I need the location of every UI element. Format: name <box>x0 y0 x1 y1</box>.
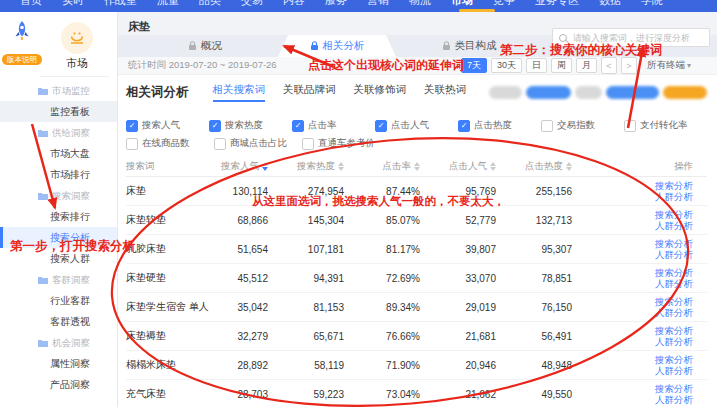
search-analysis-link[interactable]: 搜索分析 <box>572 354 693 365</box>
ptab-hot-words[interactable]: 关联热词 <box>424 83 466 102</box>
crowd-analysis-link[interactable]: 人群分析 <box>572 278 693 289</box>
filter-trade-index[interactable]: 交易指数 <box>541 119 624 132</box>
checkbox-unchecked[interactable] <box>541 120 553 132</box>
crowd-analysis-link[interactable]: 人群分析 <box>572 307 693 318</box>
sidebar-item-customer-perspective[interactable]: 客群透视 <box>0 311 117 332</box>
search-analysis-link[interactable]: 搜索分析 <box>572 296 693 307</box>
crowd-analysis-link[interactable]: 人群分析 <box>572 336 693 347</box>
nav-item-warroom[interactable]: 作战室 <box>94 0 147 8</box>
nav-item-business-zone[interactable]: 业务专区 <box>525 0 589 8</box>
nav-item-realtime[interactable]: 实时 <box>52 0 94 8</box>
version-badge-label[interactable]: 版本说明 <box>2 54 42 65</box>
blurred-button[interactable] <box>663 86 707 99</box>
nav-item-academy[interactable]: 学院 <box>631 0 673 8</box>
sidebar-item-market-rank[interactable]: 市场排行 <box>0 164 117 185</box>
lock-icon <box>310 41 319 51</box>
sidebar-item-search-rank[interactable]: 搜索排行 <box>0 206 117 227</box>
sidebar-item-industry-customer[interactable]: 行业客群 <box>0 290 117 311</box>
range-7d-button[interactable]: 7天 <box>461 58 487 73</box>
crowd-analysis-link[interactable]: 人群分析 <box>572 249 693 260</box>
search-analysis-link[interactable]: 搜索分析 <box>572 238 693 249</box>
sidebar-item-product-insight[interactable]: 产品洞察 <box>0 374 117 395</box>
search-analysis-link[interactable]: 搜索分析 <box>572 325 693 336</box>
col-header-search-heat[interactable]: 搜索热度 <box>268 159 344 174</box>
next-period-button[interactable]: > <box>621 57 637 74</box>
nav-item-data[interactable]: 数据 <box>589 0 631 8</box>
checkbox-checked[interactable]: ✓ <box>292 120 304 132</box>
nav-item-service[interactable]: 服务 <box>315 0 357 8</box>
filter-click-popularity[interactable]: ✓点击人气 <box>375 119 458 132</box>
checkbox-checked[interactable]: ✓ <box>458 120 470 132</box>
crowd-analysis-link[interactable]: 人群分析 <box>572 365 693 376</box>
range-day-button[interactable]: 日 <box>526 58 547 73</box>
checkbox-unchecked[interactable] <box>126 138 138 150</box>
filter-online-products[interactable]: 在线商品数 <box>126 137 214 150</box>
filter-ztc-reference-price[interactable]: 直通车参考价 <box>302 137 390 150</box>
search-input[interactable] <box>571 32 709 44</box>
search-analysis-link[interactable]: 搜索分析 <box>572 180 693 191</box>
table-header-row: 搜索词 搜索人气 搜索热度 点击率 点击人气 点击热度 操作 <box>126 156 707 177</box>
sidebar-item-market-overview[interactable]: 市场大盘 <box>0 143 117 164</box>
sidebar-item-monitor-board[interactable]: 监控看板 <box>0 101 117 122</box>
sidebar-item-attribute-insight[interactable]: 属性洞察 <box>0 353 117 374</box>
search-analysis-link[interactable]: 搜索分析 <box>572 209 693 220</box>
checkbox-checked[interactable]: ✓ <box>209 120 221 132</box>
lock-icon <box>442 41 451 51</box>
checkbox-checked[interactable]: ✓ <box>126 120 138 132</box>
keyword-search-box[interactable] <box>552 28 710 47</box>
blurred-button[interactable] <box>606 86 659 99</box>
col-header-search-popularity[interactable]: 搜索人气 <box>192 159 268 174</box>
range-month-button[interactable]: 月 <box>576 58 597 73</box>
filter-search-popularity[interactable]: ✓搜索人气 <box>126 119 209 132</box>
nav-item-marketing[interactable]: 营销 <box>357 0 399 8</box>
checkbox-checked[interactable]: ✓ <box>375 120 387 132</box>
range-week-button[interactable]: 周 <box>551 58 572 73</box>
ctr-cell: 76.66% <box>344 331 420 342</box>
ctr-cell: 72.69% <box>344 273 420 284</box>
blurred-button[interactable] <box>489 86 522 99</box>
checkbox-unchecked[interactable] <box>302 138 314 150</box>
filter-ctr[interactable]: ✓点击率 <box>292 119 375 132</box>
checkbox-unchecked[interactable] <box>624 120 636 132</box>
search-popularity-cell: 51,654 <box>192 244 268 255</box>
click-popularity-cell: 29,019 <box>420 302 496 313</box>
ptab-modifier-words[interactable]: 关联修饰词 <box>354 83 407 102</box>
terminal-filter-dropdown[interactable]: 所有终端 ▾ <box>647 59 691 72</box>
crowd-analysis-link[interactable]: 人群分析 <box>572 394 693 405</box>
search-heat-cell: 58,119 <box>268 360 344 371</box>
nav-item-trade[interactable]: 交易 <box>231 0 273 8</box>
crowd-analysis-link[interactable]: 人群分析 <box>572 220 693 231</box>
nav-item-content[interactable]: 内容 <box>273 0 315 8</box>
col-header-click-popularity[interactable]: 点击人气 <box>420 159 496 174</box>
search-analysis-link[interactable]: 搜索分析 <box>572 383 693 394</box>
version-badge[interactable]: 版本说明 <box>2 20 42 66</box>
nav-item-market-active[interactable]: 市场 <box>441 0 483 8</box>
col-header-ctr[interactable]: 点击率 <box>344 159 420 174</box>
filter-click-heat[interactable]: ✓点击热度 <box>458 119 541 132</box>
crowd-analysis-link[interactable]: 人群分析 <box>572 191 693 202</box>
sidebar-item-search-crowd[interactable]: 搜索人群 <box>0 248 117 269</box>
nav-item-home[interactable]: 首页 <box>10 0 52 8</box>
filter-search-heat[interactable]: ✓搜索热度 <box>209 119 292 132</box>
checkbox-unchecked[interactable] <box>214 138 226 150</box>
tab-related-analysis[interactable]: 相关分析 <box>278 35 396 57</box>
filter-mall-click-ratio[interactable]: 商城点击占比 <box>214 137 302 150</box>
col-header-click-heat[interactable]: 点击热度 <box>496 159 572 174</box>
nav-item-competition[interactable]: 竞争 <box>483 0 525 8</box>
ptab-related-search-words[interactable]: 相关搜索词 <box>213 83 266 102</box>
nav-item-logistics[interactable]: 物流 <box>399 0 441 8</box>
search-heat-cell: 274,954 <box>268 186 344 197</box>
ptab-brand-words[interactable]: 关联品牌词 <box>283 83 336 102</box>
prev-period-button[interactable]: < <box>601 57 617 74</box>
filter-pay-conversion[interactable]: 支付转化率 <box>624 119 707 132</box>
sidebar-item-search-analysis[interactable]: 搜索分析 <box>0 227 117 248</box>
blurred-button[interactable] <box>526 86 571 99</box>
tab-category-composition[interactable]: 类目构成 <box>410 35 528 57</box>
tab-overview[interactable]: 概况 <box>146 35 264 57</box>
click-popularity-cell: 52,779 <box>420 215 496 226</box>
range-30d-button[interactable]: 30天 <box>491 58 522 73</box>
nav-item-category[interactable]: 品类 <box>189 0 231 8</box>
blurred-button[interactable] <box>575 86 602 99</box>
nav-item-traffic[interactable]: 流量 <box>147 0 189 8</box>
search-analysis-link[interactable]: 搜索分析 <box>572 267 693 278</box>
